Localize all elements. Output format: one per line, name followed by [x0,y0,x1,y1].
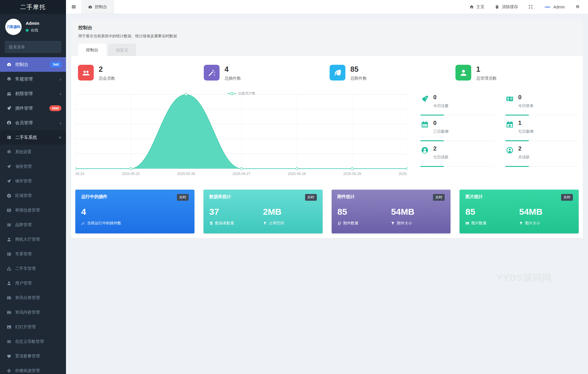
sidebar-item-member[interactable]: 会员管理 ‹ [0,116,66,130]
gauge-icon [6,62,12,67]
summary-cards: 运行中的插件 实时 4 当前运行中的插件数 数据库统计 实时 37 数据表数量 … [75,190,579,233]
svg-text:2025-05-24: 2025-05-24 [75,172,84,176]
dashboard-panel: 控制台 用于展示当前系统中的统计数据、统计报表及重要实时数据 控制台自定义 2 … [71,19,583,238]
stat-tile: 85 总附件数 [327,65,453,81]
card-metric-label: 占用空间 [269,221,284,226]
sidebar-item-news-category[interactable]: 资讯分类管理 [0,291,66,305]
card-title: 附件统计 [338,194,355,200]
mini-stat-label: 七日活跃 [433,155,494,160]
stat-tiles: 2 总会员数 4 总插件数 85 总附件数 1 总管理员数 [75,65,579,81]
mini-stat: 1 七日新增 [505,118,579,141]
sidebar-item-car-system[interactable]: 二手车系统 ˅ [0,130,66,145]
bars-icon [6,339,12,344]
menu-search[interactable] [5,41,61,53]
mini-stat-value: 2 [518,145,579,152]
clear-cache-button[interactable]: 清除缓存 [495,4,518,10]
home-icon [469,5,474,9]
user-circle-o-icon [506,146,514,154]
chevron-icon: ‹ [60,77,61,81]
user-icon [460,69,467,77]
card-title: 运行中的插件 [81,194,107,200]
mini-stat: 0 今日注册 [420,92,494,115]
sidebar-item-user-manage[interactable]: 用户管理 [0,276,66,291]
mini-stat-value: 2 [433,145,494,152]
user-circle-icon [421,146,429,154]
menu-badge: hot [51,62,61,67]
sidebar-item-custom-nav[interactable]: 自定义导航管理 [0,334,66,349]
news-icon [6,310,12,315]
avatar[interactable]: 刀客源码 [5,19,22,35]
sidebar-item-addon[interactable]: 插件管理 new [0,101,66,116]
search-input[interactable] [9,45,62,49]
sidebar: 二手摩托 刀客源码 Admin 在线 控制台 hot 常规管理 ‹ 权限管理 ‹… [0,0,66,374]
card-value: 54MB [519,207,573,216]
tab-控制台[interactable]: 控制台 [78,44,106,56]
sidebar-item-system-config[interactable]: 系统设置 [0,145,66,159]
filter-icon [263,221,267,225]
mini-stat: 0 三日新增 [420,118,494,141]
topbar-tab-dashboard[interactable]: 控制台 [81,0,114,14]
move-icon [6,368,12,373]
sidebar-menu: 控制台 hot 常规管理 ‹ 权限管理 ‹ 插件管理 new 会员管理 ‹ 二手… [0,57,66,374]
summary-card: 运行中的插件 实时 4 当前运行中的插件数 [75,190,194,233]
sidebar-item-general[interactable]: 常规管理 ‹ [0,72,66,86]
chart-legend[interactable]: 注册用户数 [227,91,255,96]
settings-button[interactable] [575,5,580,9]
sidebar-item-province[interactable]: 省份管理 [0,159,66,174]
fullscreen-button[interactable] [528,5,533,9]
mini-stat: 2 月活跃 [505,144,579,167]
mini-stat-label: 今日注册 [433,103,494,109]
stat-label: 总会员数 [99,76,115,81]
admin-avatar: 刀客源码 [543,3,551,11]
users-icon [82,69,90,77]
panel-body: 2 总会员数 4 总插件数 85 总附件数 1 总管理员数 [71,56,583,238]
admin-menu[interactable]: 刀客源码 Admin [543,3,565,11]
mini-stat-value: 1 [518,120,579,126]
menu-badge: new [49,105,61,111]
card-value: 85 [338,207,391,216]
mini-stats: 0 今日注册 0 今日登录 0 三日新增 1 七日新增 2 七日活跃 2 月活跃 [420,92,579,178]
panel-tabs: 控制台自定义 [78,44,576,56]
sidebar-item-auth[interactable]: 权限管理 ‹ [0,86,66,101]
magic-icon [208,69,216,77]
stat-label: 总插件数 [225,76,241,81]
sidebar-item-area[interactable]: 区域管理 [0,188,66,203]
registrations-chart: 注册用户数 2025-05-242025-05-252025-05-262025… [75,92,408,178]
svg-text:2025-05-26: 2025-05-26 [177,172,195,176]
page-title: 控制台 [78,25,576,31]
area-chart-svg: 2025-05-242025-05-252025-05-262025-05-27… [75,92,408,177]
gears-icon [6,77,12,81]
summary-card: 图片统计 实时 85 图片数量 54MB 图片大小 [460,190,579,233]
database-icon [209,221,213,225]
card-metric-label: 数据表数量 [215,221,234,226]
tab-自定义[interactable]: 自定义 [108,44,136,56]
user-name: Admin [26,21,39,26]
stat-tile: 1 总管理员数 [453,65,579,81]
panel-heading: 控制台 用于展示当前系统中的统计数据、统计报表及重要实时数据 控制台自定义 [71,19,583,56]
sidebar-item-report-info[interactable]: 举报信息管理 [0,203,66,218]
sidebar-item-news-content[interactable]: 资讯内容管理 [0,305,66,320]
sidebar-item-brand[interactable]: 品牌管理 [0,218,66,232]
sidebar-item-top-package[interactable]: 置顶套餐管理 [0,349,66,363]
summary-card: 附件统计 实时 85 附件数量 54MB 附件大小 [332,190,451,233]
page-subtitle: 用于展示当前系统中的统计数据、统计报表及重要实时数据 [78,34,576,39]
user-icon [6,237,12,242]
stat-label: 总管理员数 [476,76,497,81]
sidebar-item-price-filter[interactable]: 价格筛选管理 [0,363,66,374]
card-title: 图片统计 [465,194,483,200]
user-panel: 刀客源码 Admin 在线 [0,14,66,39]
image-icon [465,221,469,225]
sidebar-item-business-hall[interactable]: 商机大厅管理 [0,232,66,247]
sidebar-item-car-series[interactable]: 车系管理 [0,247,66,261]
sidebar-item-used-car[interactable]: 二手车管理 [0,261,66,276]
image-icon [6,325,12,329]
mini-stat-value: 0 [433,120,494,126]
sidebar-item-dashboard[interactable]: 控制台 hot [0,57,66,72]
home-button[interactable]: 主页 [469,4,484,10]
copy-icon [338,221,341,225]
topbar: 控制台 主页 清除缓存 刀客源码 Admin [66,0,588,14]
stat-value: 85 [350,65,367,73]
sidebar-item-city[interactable]: 城市管理 [0,174,66,188]
sidebar-toggle-button[interactable] [66,0,81,14]
sidebar-item-slideshow[interactable]: 幻灯片管理 [0,320,66,334]
